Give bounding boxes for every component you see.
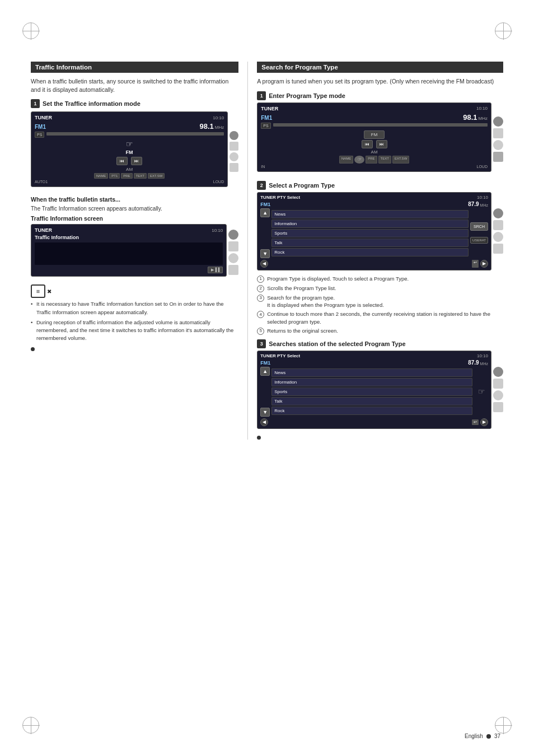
annot-text-5: Returns to the original screen. [267, 327, 338, 335]
annot-num-5: 5 [257, 328, 264, 335]
pty-right-btns: SRCH USERAT [470, 208, 488, 258]
annot-text-2: Scrolls the Program Type list. [267, 284, 336, 292]
right-step1-num: 1 [257, 91, 266, 100]
pty-freq-2: 87.9 [468, 360, 479, 366]
traffic-screen-wrap: TUNER 10:10 Traffic Information ▶▐▐ [31, 224, 238, 280]
right-pre-btn[interactable]: PRE [366, 156, 377, 164]
traffic-icon-4 [228, 265, 238, 275]
pty-unit-1: MHz [480, 203, 488, 207]
reg-mark-br [495, 717, 512, 734]
pty-item-talk-2[interactable]: Talk [271, 397, 472, 405]
left-tuner-ps: PS [35, 132, 44, 138]
pty-item-news-2[interactable]: News [271, 368, 472, 377]
pty-userat-btn[interactable]: USERAT [470, 237, 488, 244]
pty-circle-btn-4[interactable]: ▶ [480, 418, 488, 426]
annot-text-4: Continue to touch more than 2 seconds, t… [267, 310, 503, 325]
pty-down-btn-1[interactable]: ▼ [260, 249, 270, 258]
left-icon-3 [229, 152, 238, 161]
pty-up-btn-2[interactable]: ▲ [260, 367, 270, 376]
annot-text-3: Search for the program type.It is displa… [267, 294, 384, 309]
note-subscript: ✖ [47, 288, 51, 295]
pty-unit-2: MHz [480, 362, 488, 366]
pty-back-btn-1[interactable]: ↩ [472, 260, 479, 268]
left-step1-screen: TUNER 10:10 FM1 98.1 MHz PS [31, 111, 228, 192]
pty-title-1: TUNER PTY Select [260, 195, 300, 200]
annot-text-1: Program Type is displayed. Touch to sele… [267, 275, 409, 283]
pty-down-btn-2[interactable]: ▼ [260, 408, 270, 417]
right-tuner1-ps: PS [261, 123, 270, 129]
traffic-screen-label: Traffic Information screen [31, 215, 238, 222]
annot-4: 4 Continue to touch more than 2 seconds,… [257, 310, 503, 325]
traffic-tuner-label: TUNER [35, 227, 52, 233]
right-in-label: IN [261, 165, 265, 169]
pty-band-1: FM1 [260, 202, 270, 207]
bulletin-subtitle: When the traffic bulletin starts... [31, 196, 238, 203]
right-am-label: AM [261, 150, 488, 155]
left-pt1-btn[interactable]: PT1 [109, 173, 120, 179]
right-section-title: Search for Program Type [257, 62, 503, 73]
pty-circle-btn-3[interactable]: ◀ [260, 418, 268, 426]
right-step2-title: Select a Program Type [269, 182, 335, 189]
pty-item-info-1[interactable]: Information [271, 220, 469, 228]
right-step3-icon-2 [493, 379, 503, 389]
right-step3-num: 3 [257, 339, 266, 348]
pty-item-talk-1[interactable]: Talk [271, 239, 469, 247]
right-skip-fwd[interactable]: ⏭ [376, 140, 387, 148]
left-name-btn[interactable]: NAME [94, 173, 108, 179]
pty-list-1: News Information Sports Talk Rock [271, 210, 469, 256]
left-text-btn[interactable]: TEXT [134, 173, 147, 179]
pty-item-news-1[interactable]: News [271, 210, 469, 218]
annot-2: 2 Scrolls the Program Type list. [257, 284, 503, 292]
left-column: Traffic Information When a traffic bulle… [31, 62, 248, 440]
right-step3-side-icons [493, 351, 503, 429]
pty-back-btn-2[interactable]: ↩ [472, 419, 479, 425]
pty-circle-btn-1[interactable]: ◀ [260, 260, 268, 268]
pty-item-sports-1[interactable]: Sports [271, 229, 469, 237]
right-step1-screen-wrap: TUNER 10:10 FM1 98.1 MHz PS [257, 102, 503, 176]
pty-title-2: TUNER PTY Select [260, 353, 300, 358]
pty-right-btns-2: ☞ [474, 367, 488, 417]
right-skip-back[interactable]: ⏮ [362, 140, 373, 148]
left-icon-2 [229, 142, 238, 151]
pty-item-rock-1[interactable]: Rock [271, 248, 469, 256]
right-step1-title: Enter Program Type mode [269, 92, 345, 99]
left-tuner-unit: MHz [215, 125, 224, 130]
reg-mark-tr [495, 22, 512, 39]
annot-num-2: 2 [257, 285, 264, 292]
right-bullet [257, 436, 261, 440]
right-name-btn[interactable]: NAME [339, 156, 353, 164]
right-tuner1-label: TUNER [261, 106, 278, 111]
pty-item-info-2[interactable]: Information [271, 378, 472, 386]
left-skip-fwd[interactable]: ⏭ [131, 157, 142, 165]
right-step2-side-icons [493, 192, 503, 270]
right-step1-icon-2 [493, 128, 503, 138]
left-icon-4 [229, 163, 238, 172]
left-section-title: Traffic Information [31, 62, 238, 73]
pty-item-rock-2[interactable]: Rock [271, 407, 472, 415]
right-text-btn[interactable]: TEXT [378, 156, 391, 164]
left-pre-btn[interactable]: PRE [121, 173, 132, 179]
left-ext-btn[interactable]: EXT.SW [148, 173, 165, 179]
pty-srch-btn[interactable]: SRCH [470, 222, 488, 231]
right-step2-icon-3 [493, 232, 503, 242]
right-tuner1-freq: 98.1 [463, 113, 477, 122]
right-step3-header-wrap: 3 Searches station of the selected Progr… [257, 339, 503, 348]
page-content: Traffic Information When a traffic bulle… [31, 62, 503, 711]
traffic-bottom-btn[interactable]: ▶▐▐ [208, 267, 223, 273]
pty-circle-btn-2[interactable]: ▶ [480, 260, 488, 268]
traffic-icon-2 [228, 241, 238, 251]
pty-time-2: 10:10 [477, 353, 488, 358]
pty-item-sports-2[interactable]: Sports [271, 388, 472, 396]
right-step2-icon-4 [493, 244, 503, 254]
right-step1-icon-3 [493, 140, 503, 150]
right-step2-screen-wrap: TUNER PTY Select 10:10 FM1 87.9 MHz [257, 192, 503, 270]
pty-up-btn-1[interactable]: ▲ [260, 208, 270, 217]
right-ext-btn[interactable]: EXT.SW [392, 156, 409, 164]
left-skip-back[interactable]: ⏮ [116, 157, 128, 165]
footer-language: English [465, 733, 483, 739]
left-loud: LOUD [213, 180, 224, 184]
note-icon-wrap: ≡ ✖ [31, 284, 238, 298]
left-tuner-time: 10:10 [213, 115, 224, 120]
right-fm-btn[interactable]: FM [364, 130, 385, 139]
right-step2-icon-1 [493, 208, 503, 218]
